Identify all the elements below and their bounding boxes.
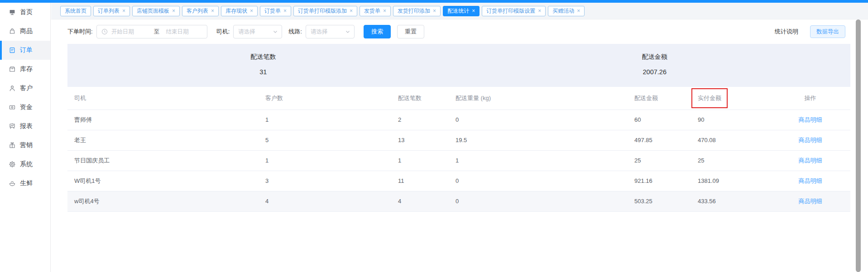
close-icon[interactable]: ×: [472, 8, 475, 14]
close-icon[interactable]: ×: [283, 8, 287, 14]
summary-band: 配送笔数 31 配送金额 2007.26: [67, 44, 850, 87]
stats-help-link[interactable]: 统计说明: [775, 28, 798, 36]
product-detail-link[interactable]: 商品明细: [799, 198, 822, 205]
close-icon[interactable]: ×: [122, 8, 125, 14]
end-date-placeholder[interactable]: 结束日期: [166, 28, 202, 36]
tab-active-9[interactable]: 配送统计×: [443, 6, 480, 16]
reset-button[interactable]: 重置: [397, 25, 424, 38]
product-detail-link[interactable]: 商品明细: [799, 116, 822, 123]
close-icon[interactable]: ×: [577, 8, 580, 14]
close-icon[interactable]: ×: [538, 8, 541, 14]
driver-select[interactable]: 请选择: [233, 25, 282, 38]
cell-driver: W司机1号: [67, 171, 265, 191]
delivery-count-block: 配送笔数 31: [67, 44, 459, 87]
product-detail-link[interactable]: 商品明细: [799, 137, 822, 143]
sidebar-item-funds[interactable]: 资金: [0, 98, 50, 117]
open-tabs-bar: 系统首页订单列表×店铺页面模板×客户列表×库存现状×订货单×订货单打印模版添加×…: [51, 3, 868, 19]
filter-toolbar: 下单时间: 开始日期 至 结束日期 司机: 请选择 线路: 请选择: [51, 19, 868, 44]
cell-customers: 4: [265, 191, 398, 211]
column-header-label: 操作: [805, 95, 816, 101]
sidebar-item-order[interactable]: 订单: [0, 41, 50, 60]
tab-1[interactable]: 订单列表×: [93, 6, 130, 16]
cell-weight: 0: [456, 171, 634, 191]
sidebar-item-report[interactable]: 报表: [0, 117, 50, 136]
tab-0[interactable]: 系统首页: [60, 6, 91, 16]
tab-11[interactable]: 买赠活动×: [548, 6, 585, 16]
column-header-5: 实付金额: [698, 87, 770, 110]
close-icon[interactable]: ×: [433, 8, 436, 14]
clock-icon: [101, 29, 108, 35]
tab-label: 订单列表: [98, 7, 120, 15]
close-icon[interactable]: ×: [211, 8, 214, 14]
cell-driver: w司机4号: [67, 191, 265, 211]
sidebar-item-system[interactable]: 系统: [0, 155, 50, 174]
order-icon: [9, 47, 16, 54]
tab-8[interactable]: 发货打印添加×: [393, 6, 441, 16]
cell-deliveries: 2: [398, 110, 456, 130]
tab-2[interactable]: 店铺页面模板×: [132, 6, 180, 16]
tab-label: 店铺页面模板: [137, 7, 169, 15]
sidebar-item-marketing[interactable]: 营销: [0, 136, 50, 155]
tab-4[interactable]: 库存现状×: [221, 6, 258, 16]
table-row: 节日国庆员工1112525商品明细: [67, 150, 850, 171]
column-header-label: 配送笔数: [398, 95, 422, 101]
system-icon: [9, 161, 16, 168]
cell-amount: 921.16: [634, 171, 698, 191]
date-range-picker[interactable]: 开始日期 至 结束日期: [96, 25, 207, 38]
sidebar-item-label: 订单: [20, 46, 33, 54]
search-button[interactable]: 搜索: [364, 25, 391, 38]
sidebar-item-home[interactable]: 首页: [0, 3, 50, 22]
product-detail-link[interactable]: 商品明细: [799, 177, 822, 184]
cell-customers: 3: [265, 171, 398, 191]
tab-7[interactable]: 发货单×: [360, 6, 391, 16]
column-header-2: 配送笔数: [398, 87, 456, 110]
sidebar-item-inventory[interactable]: 库存: [0, 60, 50, 79]
close-icon[interactable]: ×: [172, 8, 175, 14]
tab-5[interactable]: 订货单×: [260, 6, 291, 16]
table-body: 曹师傅1206090商品明细老王51319.5497.85470.08商品明细节…: [67, 110, 850, 211]
table-row: 曹师傅1206090商品明细: [67, 110, 850, 130]
cell-amount: 497.85: [634, 130, 698, 150]
cell-deliveries: 11: [398, 171, 456, 191]
close-icon[interactable]: ×: [383, 8, 386, 14]
inventory-icon: [9, 66, 16, 73]
tab-label: 发货打印添加: [398, 7, 430, 15]
goods-icon: [9, 28, 16, 35]
cell-paid: 433.56: [698, 191, 770, 211]
sidebar-item-label: 生鲜: [20, 179, 33, 187]
driver-select-placeholder: 请选择: [238, 28, 255, 36]
statistics-panel: 配送笔数 31 配送金额 2007.26 司机客户数配送笔数配送重量 (kg)配…: [67, 44, 850, 212]
close-icon[interactable]: ×: [350, 8, 353, 14]
cell-paid: 25: [698, 150, 770, 171]
route-select[interactable]: 请选择: [306, 25, 355, 38]
tab-label: 客户列表: [187, 7, 208, 15]
cell-weight: 19.5: [456, 130, 634, 150]
column-header-4: 配送金额: [634, 87, 698, 110]
table-row: 老王51319.5497.85470.08商品明细: [67, 130, 850, 150]
tab-6[interactable]: 订货单打印模版添加×: [293, 6, 357, 16]
tab-3[interactable]: 客户列表×: [182, 6, 219, 16]
sidebar-item-label: 商品: [20, 27, 33, 35]
close-icon[interactable]: ×: [250, 8, 253, 14]
column-header-label: 客户数: [265, 95, 283, 101]
sidebar-item-customer[interactable]: 客户: [0, 79, 50, 98]
column-header-3: 配送重量 (kg): [456, 87, 634, 110]
sidebar-item-label: 资金: [20, 103, 33, 111]
sidebar-item-goods[interactable]: 商品: [0, 22, 50, 41]
main-area: 系统首页订单列表×店铺页面模板×客户列表×库存现状×订货单×订货单打印模版添加×…: [51, 3, 868, 272]
column-header-0: 司机: [67, 87, 265, 110]
vertical-scrollbar[interactable]: [856, 19, 861, 272]
cell-amount: 60: [634, 110, 698, 130]
route-select-placeholder: 请选择: [311, 28, 328, 36]
tab-10[interactable]: 订货单打印模版设置×: [482, 6, 546, 16]
product-detail-link[interactable]: 商品明细: [799, 157, 822, 164]
header-actions: 统计说明 数据导出: [775, 25, 845, 38]
tab-label: 系统首页: [65, 7, 86, 15]
cell-weight: 1: [456, 150, 634, 171]
cell-amount: 503.25: [634, 191, 698, 211]
data-export-button[interactable]: 数据导出: [810, 25, 845, 38]
start-date-placeholder[interactable]: 开始日期: [111, 28, 148, 36]
sidebar-item-label: 系统: [20, 160, 33, 168]
tab-label: 订货单打印模版设置: [486, 7, 535, 15]
sidebar-item-fresh[interactable]: 生鲜: [0, 174, 50, 193]
